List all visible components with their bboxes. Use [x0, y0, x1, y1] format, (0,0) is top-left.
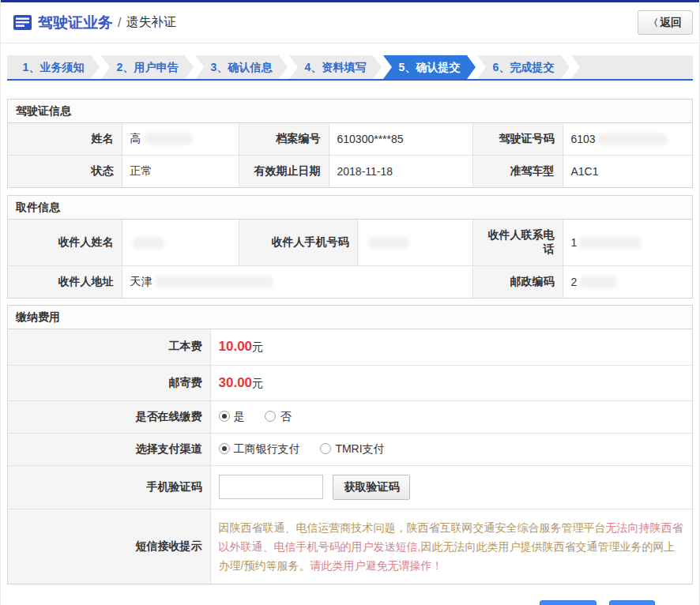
expiry-label: 有效期止日期: [239, 156, 329, 188]
finish-button[interactable]: 完成: [609, 600, 655, 605]
step-bar-underline: [7, 79, 693, 81]
postcode-value: 2: [563, 266, 692, 299]
file-number-label: 档案编号: [239, 123, 329, 156]
production-fee-value: 10.00元: [210, 329, 692, 365]
sms-notice-text: 因陕西省联通、电信运营商技术问题，陕西省互联网交通安全综合服务管理平台无法向持陕…: [210, 509, 692, 584]
recipient-name-value: [122, 220, 239, 266]
table-row: 姓名 高 档案编号 610300****85 驾驶证号码 6103: [8, 123, 692, 156]
table-row: 选择支付渠道 工商银行支付 TMRI支付: [8, 433, 692, 465]
sms-code-label: 手机验证码: [8, 465, 210, 509]
radio-option-yes[interactable]: 是: [219, 410, 245, 423]
wizard-steps: 1、业务须知 2、用户申告 3、确认信息 4、资料填写 5、确认提交 6、完成提…: [7, 55, 693, 81]
breadcrumb-current: 遗失补证: [126, 14, 176, 31]
table-row: 状态 正常 有效期止日期 2018-11-18 准驾车型 A1C1: [8, 156, 692, 188]
table-row: 邮寄费 30.00元: [8, 365, 692, 400]
radio-option-no[interactable]: 否: [265, 410, 291, 423]
redacted-blur: [368, 237, 409, 249]
page-header: 驾驶证业务 / 遗失补证 〈返回: [1, 2, 699, 43]
page-title: 驾驶证业务: [38, 13, 113, 33]
pickup-info-table: 收件人姓名 收件人手机号码 收件人联系电话 1 收件人地址 天津 邮政编码 2: [8, 220, 692, 298]
sms-code-input[interactable]: [219, 475, 323, 499]
redacted-blur: [144, 133, 193, 145]
recipient-name-label: 收件人姓名: [8, 220, 122, 266]
recipient-mobile-value: [357, 220, 472, 266]
step-2-user-declaration: 2、用户申告: [101, 55, 194, 79]
table-row: 收件人姓名 收件人手机号码 收件人联系电话 1: [8, 220, 692, 266]
redacted-blur: [579, 237, 641, 249]
radio-option-icbc[interactable]: 工商银行支付: [219, 442, 300, 455]
name-value: 高: [122, 123, 239, 156]
table-row: 是否在线缴费 是 否: [8, 400, 692, 433]
redacted-blur: [579, 276, 617, 288]
radio-selected-icon[interactable]: [219, 411, 230, 422]
get-sms-code-button[interactable]: 获取验证码: [333, 475, 410, 500]
postcode-label: 邮政编码: [472, 266, 563, 299]
step-4-fill-data: 4、资料填写: [289, 55, 382, 79]
license-number-value: 6103: [563, 123, 692, 156]
step-6-complete-submit: 6、完成提交: [477, 55, 570, 79]
recipient-phone-label: 收件人联系电话: [472, 220, 563, 266]
fees-table: 工本费 10.00元 邮寄费 30.00元 是否在线缴费 是 否 选择支付渠道 …: [8, 329, 692, 584]
online-payment-options: 是 否: [210, 400, 692, 433]
redacted-blur: [155, 276, 273, 287]
name-label: 姓名: [8, 123, 122, 156]
table-row: 收件人地址 天津 邮政编码 2: [8, 266, 692, 299]
pickup-info-section: 取件信息 收件人姓名 收件人手机号码 收件人联系电话 1 收件人地址 天津 邮政…: [7, 195, 693, 299]
license-business-icon: [13, 15, 32, 30]
fees-section: 缴纳费用 工本费 10.00元 邮寄费 30.00元 是否在线缴费 是 否 选择…: [7, 305, 693, 584]
postage-fee-label: 邮寄费: [8, 365, 210, 400]
license-info-table: 姓名 高 档案编号 610300****85 驾驶证号码 6103 状态 正常 …: [8, 123, 692, 187]
radio-unselected-icon[interactable]: [320, 443, 331, 454]
vehicle-type-label: 准驾车型: [472, 156, 563, 188]
fees-title: 缴纳费用: [8, 306, 692, 329]
table-row: 短信接收提示 因陕西省联通、电信运营商技术问题，陕西省互联网交通安全综合服务管理…: [8, 509, 692, 584]
radio-selected-icon[interactable]: [219, 443, 230, 454]
table-row: 手机验证码 获取验证码: [8, 465, 692, 509]
step-5-confirm-submit: 5、确认提交: [383, 55, 476, 79]
recipient-address-label: 收件人地址: [8, 266, 122, 299]
step-3-confirm-info: 3、确认信息: [195, 55, 288, 79]
recipient-phone-value: 1: [563, 220, 692, 266]
pickup-info-title: 取件信息: [8, 196, 692, 220]
production-fee-label: 工本费: [8, 329, 210, 365]
recipient-mobile-label: 收件人手机号码: [239, 220, 357, 266]
previous-step-button[interactable]: 上一步: [540, 600, 597, 605]
back-chevron-icon: 〈: [649, 17, 658, 28]
payment-channel-label: 选择支付渠道: [8, 433, 210, 465]
vehicle-type-value: A1C1: [563, 156, 692, 188]
sms-code-field: 获取验证码: [210, 465, 692, 509]
breadcrumb-separator: /: [118, 16, 121, 30]
online-payment-label: 是否在线缴费: [8, 400, 210, 433]
license-info-section: 驾驶证信息 姓名 高 档案编号 610300****85 驾驶证号码 6103 …: [7, 99, 693, 188]
status-value: 正常: [122, 156, 239, 188]
postage-fee-amount: 30.00: [219, 375, 253, 390]
license-info-title: 驾驶证信息: [8, 100, 692, 123]
back-button-label: 返回: [660, 16, 682, 28]
production-fee-unit: 元: [252, 340, 263, 353]
step-1-business-notice: 1、业务须知: [7, 55, 100, 79]
sms-notice-label: 短信接收提示: [8, 509, 210, 584]
back-button[interactable]: 〈返回: [638, 10, 693, 35]
expiry-value: 2018-11-18: [329, 156, 472, 188]
status-label: 状态: [8, 156, 122, 188]
radio-option-tmri[interactable]: TMRI支付: [320, 442, 384, 455]
file-number-value: 610300****85: [329, 123, 472, 156]
recipient-address-value: 天津: [122, 266, 472, 299]
payment-channel-options: 工商银行支付 TMRI支付: [210, 433, 692, 465]
redacted-blur: [133, 237, 164, 249]
postage-fee-unit: 元: [252, 377, 263, 389]
table-row: 工本费 10.00元: [8, 329, 692, 365]
redacted-blur: [598, 133, 668, 145]
license-number-label: 驾驶证号码: [472, 123, 563, 156]
production-fee-amount: 10.00: [219, 339, 253, 354]
radio-unselected-icon[interactable]: [265, 411, 276, 422]
postage-fee-value: 30.00元: [210, 365, 692, 400]
step-bar-filler: [571, 55, 693, 79]
footer-actions: 上一步 完成: [1, 600, 655, 605]
